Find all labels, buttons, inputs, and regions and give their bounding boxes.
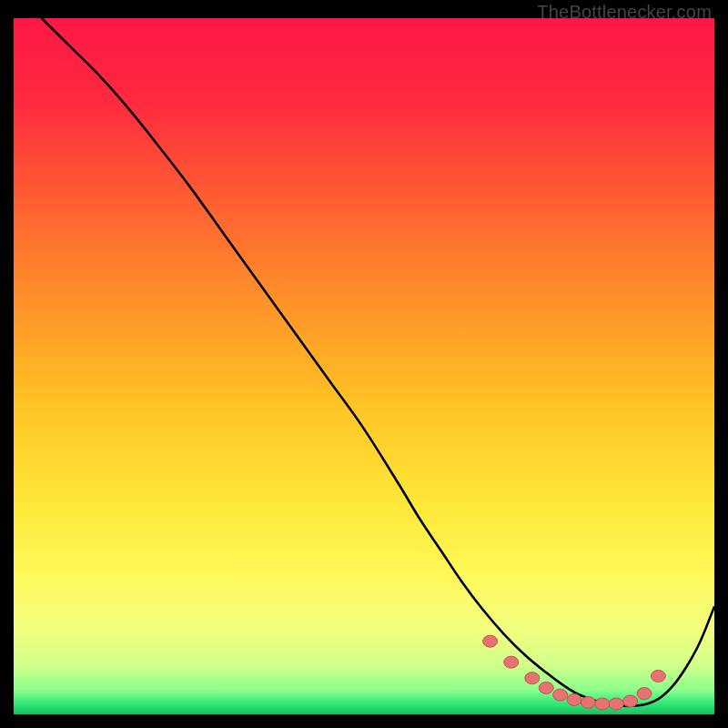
scatter-dot <box>567 693 581 705</box>
scatter-dot <box>609 698 623 710</box>
chart-svg <box>14 18 714 714</box>
scatter-dot <box>553 689 568 701</box>
scatter-dot <box>623 695 638 707</box>
scatter-dot <box>525 672 540 684</box>
scatter-dot <box>483 635 498 647</box>
scatter-dot <box>581 696 595 708</box>
gradient-background <box>14 18 714 714</box>
scatter-dot <box>637 688 652 700</box>
scatter-dot <box>595 698 610 710</box>
chart-frame <box>14 18 714 714</box>
scatter-dot <box>539 682 553 693</box>
scatter-dot <box>504 656 519 668</box>
scatter-dot <box>651 670 665 682</box>
